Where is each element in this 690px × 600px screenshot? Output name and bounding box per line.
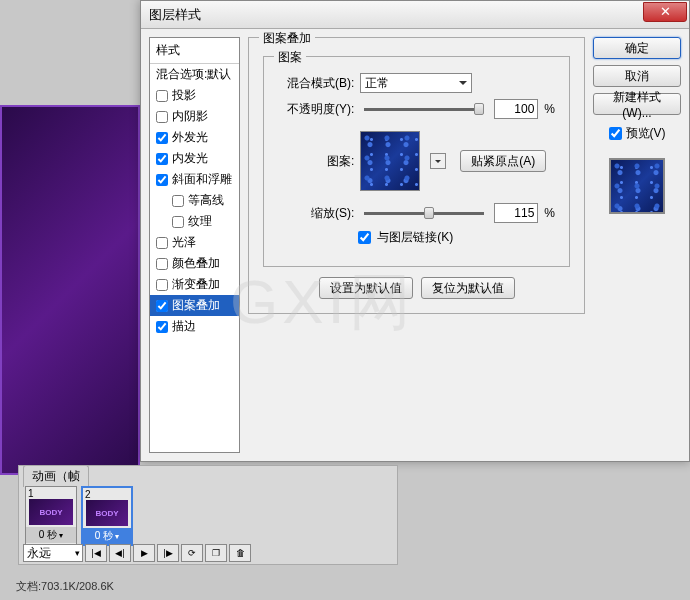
style-item-10[interactable]: 图案叠加 — [150, 295, 239, 316]
pattern-dropdown-button[interactable] — [430, 153, 446, 169]
style-item-2[interactable]: 外发光 — [150, 127, 239, 148]
blend-mode-combo[interactable]: 正常 — [360, 73, 472, 93]
style-label-8: 颜色叠加 — [172, 255, 220, 272]
animation-panel: 动画（帧 1 BODY 0 秒 2 BODY 0 秒 永远 |◀ ◀| ▶ |▶… — [18, 465, 398, 565]
animation-tab[interactable]: 动画（帧 — [23, 465, 89, 487]
pattern-overlay-legend: 图案叠加 — [259, 30, 315, 47]
link-layer-label: 与图层链接(K) — [377, 229, 453, 246]
opacity-unit: % — [544, 102, 555, 116]
reset-default-button[interactable]: 复位为默认值 — [421, 277, 515, 299]
next-frame-button[interactable]: |▶ — [157, 544, 179, 562]
style-item-11[interactable]: 描边 — [150, 316, 239, 337]
scale-input[interactable] — [494, 203, 538, 223]
frame-1-delay[interactable]: 0 秒 — [26, 527, 76, 543]
style-checkbox-6[interactable] — [172, 216, 184, 228]
style-checkbox-2[interactable] — [156, 132, 168, 144]
styles-list: 样式 混合选项:默认 投影内阴影外发光内发光斜面和浮雕等高线纹理光泽颜色叠加渐变… — [149, 37, 240, 453]
prev-frame-button[interactable]: ◀| — [109, 544, 131, 562]
opacity-slider-thumb[interactable] — [474, 103, 484, 115]
pattern-overlay-group: 图案叠加 图案 混合模式(B): 正常 不透明度(Y): — [248, 37, 585, 314]
new-style-button[interactable]: 新建样式(W)... — [593, 93, 681, 115]
animation-controls: 永远 |◀ ◀| ▶ |▶ ⟳ ❐ 🗑 — [23, 544, 251, 562]
status-bar: 文档:703.1K/208.6K — [16, 579, 114, 594]
dialog-title: 图层样式 — [149, 6, 201, 24]
frame-1-thumb: BODY — [29, 499, 73, 525]
blend-mode-label: 混合模式(B): — [278, 75, 354, 92]
style-item-4[interactable]: 斜面和浮雕 — [150, 169, 239, 190]
style-label-1: 内阴影 — [172, 108, 208, 125]
style-label-11: 描边 — [172, 318, 196, 335]
style-label-5: 等高线 — [188, 192, 224, 209]
opacity-label: 不透明度(Y): — [278, 101, 354, 118]
dialog-right-panel: 确定 取消 新建样式(W)... 预览(V) — [593, 37, 681, 453]
styles-header[interactable]: 样式 — [150, 38, 239, 64]
duplicate-frame-button[interactable]: ❐ — [205, 544, 227, 562]
style-checkbox-11[interactable] — [156, 321, 168, 333]
style-label-2: 外发光 — [172, 129, 208, 146]
animation-frame-2[interactable]: 2 BODY 0 秒 — [81, 486, 133, 546]
style-checkbox-5[interactable] — [172, 195, 184, 207]
set-default-button[interactable]: 设置为默认值 — [319, 277, 413, 299]
style-checkbox-8[interactable] — [156, 258, 168, 270]
style-item-0[interactable]: 投影 — [150, 85, 239, 106]
style-checkbox-0[interactable] — [156, 90, 168, 102]
animation-frame-1[interactable]: 1 BODY 0 秒 — [25, 486, 77, 546]
pattern-swatch[interactable] — [360, 131, 420, 191]
style-checkbox-3[interactable] — [156, 153, 168, 165]
pattern-label: 图案: — [278, 153, 354, 170]
preview-checkbox[interactable] — [609, 127, 622, 140]
pattern-inner-legend: 图案 — [274, 49, 306, 66]
scale-label: 缩放(S): — [278, 205, 354, 222]
opacity-input[interactable] — [494, 99, 538, 119]
style-checkbox-4[interactable] — [156, 174, 168, 186]
style-label-4: 斜面和浮雕 — [172, 171, 232, 188]
style-checkbox-7[interactable] — [156, 237, 168, 249]
layer-style-dialog: 图层样式 ✕ 样式 混合选项:默认 投影内阴影外发光内发光斜面和浮雕等高线纹理光… — [140, 0, 690, 462]
style-item-6[interactable]: 纹理 — [150, 211, 239, 232]
style-label-3: 内发光 — [172, 150, 208, 167]
scale-slider-thumb[interactable] — [424, 207, 434, 219]
loop-combo[interactable]: 永远 — [23, 544, 83, 562]
frame-2-delay[interactable]: 0 秒 — [83, 528, 131, 544]
style-checkbox-9[interactable] — [156, 279, 168, 291]
canvas-background — [0, 105, 140, 475]
ok-button[interactable]: 确定 — [593, 37, 681, 59]
style-label-10: 图案叠加 — [172, 297, 220, 314]
preview-label: 预览(V) — [626, 125, 666, 142]
dialog-titlebar: 图层样式 ✕ — [141, 1, 689, 29]
style-checkbox-10[interactable] — [156, 300, 168, 312]
snap-origin-button[interactable]: 贴紧原点(A) — [460, 150, 546, 172]
style-label-7: 光泽 — [172, 234, 196, 251]
style-label-0: 投影 — [172, 87, 196, 104]
blend-options-item[interactable]: 混合选项:默认 — [150, 64, 239, 85]
scale-unit: % — [544, 206, 555, 220]
style-item-1[interactable]: 内阴影 — [150, 106, 239, 127]
style-label-6: 纹理 — [188, 213, 212, 230]
style-checkbox-1[interactable] — [156, 111, 168, 123]
cancel-button[interactable]: 取消 — [593, 65, 681, 87]
style-item-5[interactable]: 等高线 — [150, 190, 239, 211]
close-button[interactable]: ✕ — [643, 2, 687, 22]
style-item-3[interactable]: 内发光 — [150, 148, 239, 169]
delete-frame-button[interactable]: 🗑 — [229, 544, 251, 562]
preview-swatch — [609, 158, 665, 214]
style-item-8[interactable]: 颜色叠加 — [150, 253, 239, 274]
first-frame-button[interactable]: |◀ — [85, 544, 107, 562]
pattern-inner-group: 图案 混合模式(B): 正常 不透明度(Y): — [263, 56, 570, 267]
style-item-7[interactable]: 光泽 — [150, 232, 239, 253]
tween-button[interactable]: ⟳ — [181, 544, 203, 562]
play-button[interactable]: ▶ — [133, 544, 155, 562]
style-label-9: 渐变叠加 — [172, 276, 220, 293]
style-item-9[interactable]: 渐变叠加 — [150, 274, 239, 295]
link-layer-checkbox[interactable] — [358, 231, 371, 244]
pattern-overlay-panel: 图案叠加 图案 混合模式(B): 正常 不透明度(Y): — [248, 37, 585, 453]
frame-2-thumb: BODY — [86, 500, 128, 526]
scale-slider[interactable] — [364, 212, 484, 215]
opacity-slider[interactable] — [364, 108, 484, 111]
